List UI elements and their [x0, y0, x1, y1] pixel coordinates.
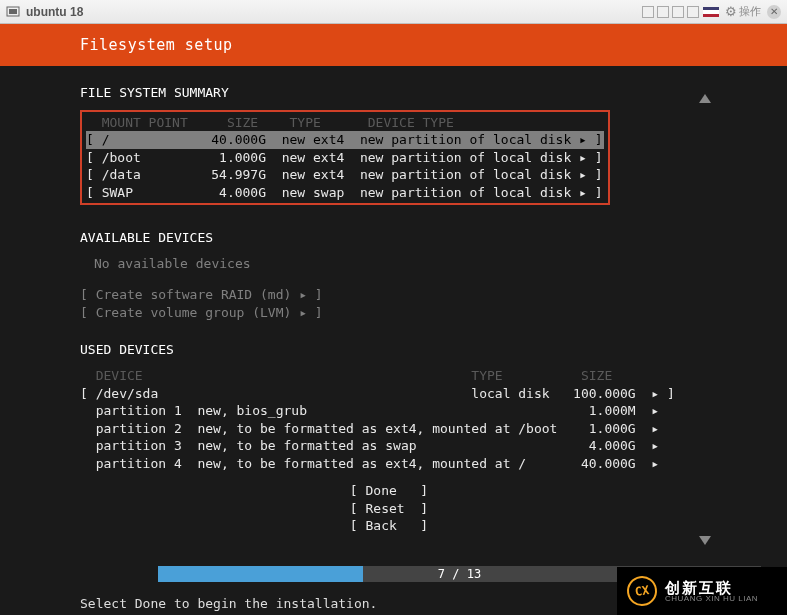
- used-devices-section: USED DEVICES DEVICE TYPE SIZE [ /dev/sda…: [80, 341, 698, 472]
- watermark-logo-icon: CX: [625, 574, 659, 608]
- scrollbar[interactable]: [699, 94, 711, 545]
- fs-row[interactable]: [ /data 54.997G new ext4 new partition o…: [86, 166, 604, 184]
- watermark-en: CHUANG XIN HU LIAN: [665, 595, 758, 603]
- scroll-down-icon[interactable]: [699, 536, 711, 545]
- fs-row[interactable]: [ /boot 1.000G new ext4 new partition of…: [86, 149, 604, 167]
- back-button[interactable]: [ Back ]: [80, 517, 698, 535]
- action-menu[interactable]: 操作: [739, 4, 761, 19]
- action-buttons: [ Done ] [ Reset ] [ Back ]: [80, 482, 698, 535]
- fs-summary-table: MOUNT POINT SIZE TYPE DEVICE TYPE [ / 40…: [80, 110, 610, 206]
- used-device-row[interactable]: partition 2 new, to be formatted as ext4…: [80, 420, 698, 438]
- used-device-row[interactable]: partition 4 new, to be formatted as ext4…: [80, 455, 698, 473]
- fs-summary-title: FILE SYSTEM SUMMARY: [80, 84, 698, 102]
- installer-header: Filesystem setup: [0, 24, 787, 66]
- svg-rect-1: [9, 9, 17, 14]
- used-device-row[interactable]: partition 3 new, to be formatted as swap…: [80, 437, 698, 455]
- window-control-2[interactable]: [657, 6, 669, 18]
- used-device-row[interactable]: [ /dev/sda local disk 100.000G ▸ ]: [80, 385, 698, 403]
- hint-text: Select Done to begin the installation.: [80, 596, 377, 611]
- scroll-up-icon[interactable]: [699, 94, 711, 103]
- watermark-cn: 创新互联: [665, 580, 758, 595]
- page-title: Filesystem setup: [80, 36, 233, 54]
- window-control-4[interactable]: [687, 6, 699, 18]
- used-device-row[interactable]: partition 1 new, bios_grub 1.000M ▸: [80, 402, 698, 420]
- vm-icon: [6, 5, 20, 19]
- window-control-1[interactable]: [642, 6, 654, 18]
- available-devices-section: AVAILABLE DEVICES No available devices […: [80, 229, 698, 321]
- fs-row[interactable]: [ / 40.000G new ext4 new partition of lo…: [86, 131, 604, 149]
- available-option[interactable]: [ Create volume group (LVM) ▸ ]: [80, 304, 698, 322]
- watermark: CX 创新互联 CHUANG XIN HU LIAN: [617, 567, 787, 615]
- no-devices-text: No available devices: [80, 255, 698, 273]
- gear-icon[interactable]: ⚙: [725, 4, 737, 19]
- terminal-body: FILE SYSTEM SUMMARY MOUNT POINT SIZE TYP…: [0, 66, 787, 615]
- available-option[interactable]: [ Create software RAID (md) ▸ ]: [80, 286, 698, 304]
- fs-row[interactable]: [ SWAP 4.000G new swap new partition of …: [86, 184, 604, 202]
- used-title: USED DEVICES: [80, 341, 698, 359]
- used-header: DEVICE TYPE SIZE: [80, 367, 698, 385]
- window-title: ubuntu 18: [26, 5, 83, 19]
- window-control-3[interactable]: [672, 6, 684, 18]
- fs-summary-header: MOUNT POINT SIZE TYPE DEVICE TYPE: [86, 114, 604, 132]
- available-title: AVAILABLE DEVICES: [80, 229, 698, 247]
- locale-flag-icon[interactable]: [703, 7, 719, 17]
- done-button[interactable]: [ Done ]: [80, 482, 698, 500]
- reset-button[interactable]: [ Reset ]: [80, 500, 698, 518]
- window-titlebar: ubuntu 18 ⚙ 操作 ✕: [0, 0, 787, 24]
- close-icon[interactable]: ✕: [767, 5, 781, 19]
